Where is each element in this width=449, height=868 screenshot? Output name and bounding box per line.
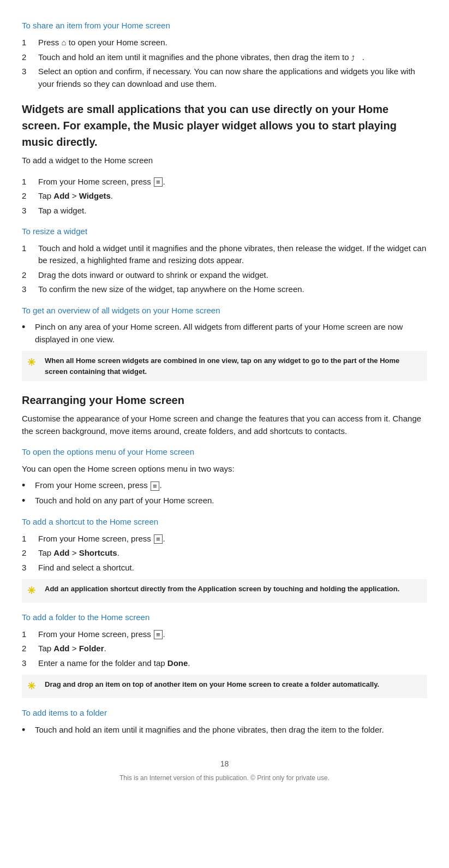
share-icon: ⤴	[351, 53, 362, 62]
home-icon: ⌂	[62, 37, 67, 49]
menu-icon: ≡	[154, 177, 163, 187]
heading-share: To share an item from your Home screen	[22, 20, 427, 32]
bullet-icon: •	[22, 724, 31, 736]
list-item: 1 Press ⌂ to open your Home screen.	[22, 37, 427, 49]
list-item: 3 To confirm the new size of the widget,…	[22, 283, 427, 296]
options-menu-intro: You can open the Home screen options men…	[22, 463, 427, 475]
list-item: 3 Tap a widget.	[22, 205, 427, 217]
list-item: 1 Touch and hold a widget until it magni…	[22, 242, 427, 267]
tip-overview-widgets: ✳ When all Home screen widgets are combi…	[22, 351, 427, 381]
list-item: • Touch and hold on any part of your Hom…	[22, 495, 427, 507]
list-item: 1 From your Home screen, press ≡.	[22, 176, 427, 188]
menu-icon: ≡	[151, 481, 159, 491]
heading-add-folder: To add a folder to the Home screen	[22, 611, 427, 624]
list-resize-widget: 1 Touch and hold a widget until it magni…	[22, 242, 427, 296]
menu-icon: ≡	[154, 630, 163, 639]
heading-options-menu: To open the options menu of your Home sc…	[22, 446, 427, 459]
list-item: 2 Tap Add > Folder.	[22, 643, 427, 655]
tip-icon: ✳	[27, 355, 39, 377]
list-item: 3 Find and select a shortcut.	[22, 562, 427, 574]
list-item: 3 Select an option and confirm, if neces…	[22, 66, 427, 90]
list-item: 2 Drag the dots inward or outward to shr…	[22, 269, 427, 282]
list-share: 1 Press ⌂ to open your Home screen. 2 To…	[22, 37, 427, 91]
page-footer: 18 This is an Internet version of this p…	[22, 758, 427, 783]
rearranging-description: Customise the appearance of your Home sc…	[22, 413, 427, 437]
list-add-folder: 1 From your Home screen, press ≡. 2 Tap …	[22, 628, 427, 670]
list-item: • Pinch on any area of your Home screen.…	[22, 321, 427, 346]
page-content: To share an item from your Home screen 1…	[22, 20, 427, 736]
widgets-description: To add a widget to the Home screen	[22, 154, 427, 167]
page-number: 18	[22, 758, 427, 770]
heading-widgets: Widgets are small applications that you …	[22, 101, 427, 150]
list-item: 2 Tap Add > Shortcuts.	[22, 547, 427, 560]
tip-add-shortcut: ✳ Add an application shortcut directly f…	[22, 579, 427, 603]
list-item: 2 Tap Add > Widgets.	[22, 190, 427, 203]
list-item: 1 From your Home screen, press ≡.	[22, 628, 427, 641]
list-add-widget: 1 From your Home screen, press ≡. 2 Tap …	[22, 176, 427, 217]
bullet-icon: •	[22, 479, 31, 492]
footer-text: This is an Internet version of this publ…	[22, 773, 427, 783]
heading-add-shortcut: To add a shortcut to the Home screen	[22, 516, 427, 528]
list-item: • Touch and hold an item until it magnif…	[22, 724, 427, 736]
list-options-menu: • From your Home screen, press ≡. • Touc…	[22, 479, 427, 507]
list-item: 1 From your Home screen, press ≡.	[22, 533, 427, 545]
heading-add-items-folder: To add items to a folder	[22, 707, 427, 720]
heading-overview-widgets: To get an overview of all widgets on you…	[22, 305, 427, 317]
tip-icon: ✳	[27, 584, 39, 598]
bullet-icon: •	[22, 321, 31, 346]
list-item: 3 Enter a name for the folder and tap Do…	[22, 657, 427, 670]
heading-rearranging: Rearranging your Home screen	[22, 392, 427, 408]
heading-resize-widget: To resize a widget	[22, 225, 427, 238]
tip-add-folder: ✳ Drag and drop an item on top of anothe…	[22, 675, 427, 698]
menu-icon: ≡	[154, 534, 163, 544]
list-add-items-folder: • Touch and hold an item until it magnif…	[22, 724, 427, 736]
list-overview-widgets: • Pinch on any area of your Home screen.…	[22, 321, 427, 346]
list-add-shortcut: 1 From your Home screen, press ≡. 2 Tap …	[22, 533, 427, 574]
bullet-icon: •	[22, 495, 31, 507]
list-item: • From your Home screen, press ≡.	[22, 479, 427, 492]
tip-icon: ✳	[27, 679, 39, 694]
list-item: 2 Touch and hold an item until it magnif…	[22, 51, 427, 64]
